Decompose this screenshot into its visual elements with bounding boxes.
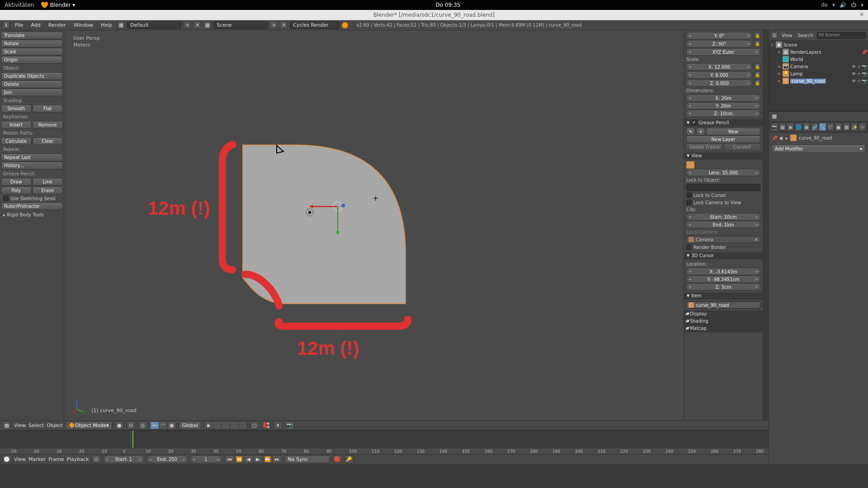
- lock-icon[interactable]: 🔓: [754, 40, 760, 47]
- tab-render[interactable]: 📷: [771, 123, 778, 131]
- add-menu[interactable]: Add: [28, 21, 43, 29]
- gp-draw-button[interactable]: Draw: [1, 178, 32, 186]
- lock-icon[interactable]: 🔓: [754, 63, 760, 70]
- cursor-z-field[interactable]: Z: 5cm: [686, 283, 760, 291]
- layer-1[interactable]: ▪: [204, 422, 213, 429]
- outliner-camera[interactable]: ⊕📷Camera👁↗📷: [770, 63, 867, 70]
- render-icon[interactable]: 📷: [862, 79, 867, 84]
- autokey-icon[interactable]: 🔴: [333, 455, 342, 463]
- lock-icon[interactable]: 🔓: [754, 32, 760, 39]
- eye-icon[interactable]: 👁: [852, 79, 856, 84]
- viewport-3d[interactable]: User Persp Meters: [64, 30, 684, 420]
- mode-dropdown[interactable]: 🔶 Object Mode ▾: [66, 422, 112, 429]
- lock-cursor-check[interactable]: Lock to Cursor: [686, 192, 760, 199]
- prev-key-icon[interactable]: ⏪: [234, 455, 244, 463]
- scale-button[interactable]: Scale: [1, 48, 63, 56]
- outliner-lamp[interactable]: ⊕💡Lamp👁↗📷: [770, 70, 867, 77]
- tab-world[interactable]: 🌐: [795, 123, 802, 131]
- eye-icon[interactable]: 👁: [852, 64, 856, 69]
- power-icon[interactable]: ⏻: [851, 2, 856, 8]
- render-menu[interactable]: Render: [46, 21, 69, 29]
- render-icon[interactable]: 📷: [285, 422, 294, 429]
- layer-3[interactable]: [221, 422, 230, 429]
- scale-x-field[interactable]: X: 12.000: [686, 63, 752, 70]
- rot-z-field[interactable]: Z: 90°: [686, 40, 752, 47]
- screen-browse-icon[interactable]: ▦: [117, 21, 125, 29]
- history-button[interactable]: History...: [1, 162, 63, 169]
- view-panel-header[interactable]: View: [684, 152, 763, 160]
- render-border-check[interactable]: Render Border: [686, 244, 760, 251]
- layer-2[interactable]: [212, 422, 222, 429]
- item-name-input[interactable]: curve_90_road: [686, 301, 760, 309]
- editor-type-icon[interactable]: ▦: [771, 113, 778, 120]
- render-icon[interactable]: 📷: [862, 71, 867, 76]
- tab-physics[interactable]: ⚛: [859, 123, 866, 131]
- render-engine-dropdown[interactable]: Cycles Render: [290, 21, 340, 29]
- tab-scene[interactable]: ◉: [787, 123, 794, 131]
- dim-z-field[interactable]: Z: 10cm: [686, 110, 760, 117]
- app-menu[interactable]: Blender ▾: [41, 1, 75, 9]
- del-screen-button[interactable]: ✕: [193, 21, 201, 29]
- rotate-button[interactable]: Rotate: [1, 40, 63, 47]
- scene-dropdown[interactable]: Scene: [213, 21, 268, 29]
- tl-view-menu[interactable]: View: [14, 456, 26, 462]
- arrow-icon[interactable]: ↗: [857, 71, 861, 76]
- gp-new-button[interactable]: New: [706, 128, 760, 136]
- add-modifier-button[interactable]: Add Modifier▾: [772, 145, 865, 153]
- pin-icon[interactable]: 📌: [862, 50, 867, 55]
- gp-layer-icon[interactable]: ✎: [686, 128, 695, 136]
- grease-pencil-header[interactable]: ✔Grease Pencil: [684, 119, 763, 127]
- select-menu[interactable]: Select: [28, 422, 44, 428]
- rigid-body-expand[interactable]: ▸ Rigid Body Tools: [1, 211, 63, 219]
- tl-frame-menu[interactable]: Frame: [48, 456, 64, 462]
- insert-key-button[interactable]: Insert: [1, 121, 32, 129]
- dim-x-field[interactable]: X: 20m: [686, 94, 760, 102]
- end-frame-field[interactable]: End: 250: [147, 455, 188, 463]
- outliner-filter[interactable]: All Scenes: [817, 32, 866, 39]
- help-menu[interactable]: Help: [98, 21, 115, 29]
- view-menu[interactable]: View: [14, 422, 26, 428]
- outliner-scene[interactable]: ⊖◉Scene: [770, 41, 867, 48]
- gp-erase-button[interactable]: Erase: [33, 187, 63, 194]
- calculate-button[interactable]: Calculate: [1, 137, 32, 145]
- local-cam-input[interactable]: Camera✕: [686, 236, 760, 243]
- scene-browse-icon[interactable]: ▦: [203, 21, 211, 29]
- window-menu[interactable]: Window: [71, 21, 96, 29]
- cursor-x-field[interactable]: X: -3.6143m: [686, 268, 760, 275]
- origin-button[interactable]: Origin: [1, 56, 63, 64]
- scale-y-field[interactable]: Y: 8.000: [686, 71, 752, 79]
- editor-type-icon[interactable]: ▦: [2, 422, 11, 429]
- pivot-icon[interactable]: ⊙: [127, 422, 136, 429]
- manip-scale-icon[interactable]: ▣: [167, 422, 176, 429]
- duplicate-button[interactable]: Duplicate Objects: [1, 72, 63, 80]
- scale-z-field[interactable]: Z: 0.050: [686, 80, 752, 87]
- screen-layout-dropdown[interactable]: Default: [127, 21, 181, 29]
- proportional-icon[interactable]: ○: [250, 422, 259, 429]
- layer-4[interactable]: [230, 422, 239, 429]
- start-frame-field[interactable]: Start: 1: [104, 455, 144, 463]
- rot-y-field[interactable]: Y: 0°: [686, 32, 752, 39]
- flat-button[interactable]: Flat: [33, 105, 63, 113]
- arrow-icon[interactable]: ↗: [857, 64, 861, 69]
- activities-button[interactable]: Aktivitäten: [5, 2, 34, 8]
- lens-field[interactable]: Lens: 35.000: [686, 169, 760, 176]
- file-menu[interactable]: File: [12, 21, 26, 29]
- gp-delete-frame-button[interactable]: Delete Frame: [686, 143, 723, 151]
- lock-cam-check[interactable]: Lock Camera to View: [686, 199, 760, 206]
- snap-icon[interactable]: 🧲: [262, 422, 271, 429]
- tab-data[interactable]: ▽: [827, 123, 835, 131]
- join-button[interactable]: Join: [1, 89, 63, 96]
- timeline-canvas[interactable]: -50-40-30-20-100102030405060708090100110…: [0, 431, 769, 454]
- gp-new-layer-button[interactable]: New Layer: [686, 136, 760, 143]
- jump-end-icon[interactable]: ⏭: [272, 455, 282, 463]
- shading-mode-icon[interactable]: ●: [115, 422, 124, 429]
- lock-obj-input[interactable]: [686, 184, 760, 191]
- lang-indicator[interactable]: de: [821, 2, 828, 8]
- play-reverse-icon[interactable]: ◀: [244, 455, 254, 463]
- tab-particles[interactable]: ✨: [851, 123, 859, 131]
- jump-start-icon[interactable]: ⏮: [225, 455, 235, 463]
- matcap-panel-header[interactable]: ▸ Matcap: [684, 325, 763, 332]
- clip-start-field[interactable]: Start: 10cm: [686, 213, 760, 221]
- arrow-icon[interactable]: ↗: [857, 79, 861, 84]
- editor-type-icon[interactable]: ☰: [771, 32, 778, 39]
